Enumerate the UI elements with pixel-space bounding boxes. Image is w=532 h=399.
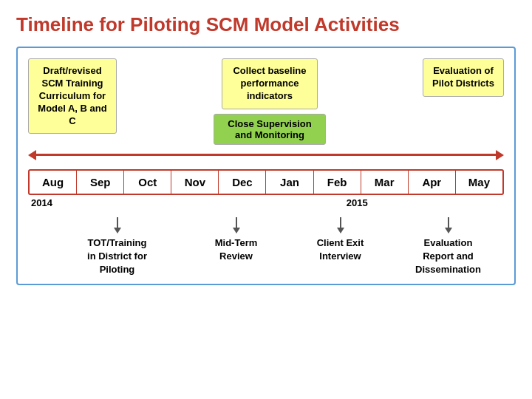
midterm-line1: Mid-Term xyxy=(215,237,258,248)
month-mar: Mar xyxy=(361,171,409,194)
tot-line2: in District for xyxy=(87,250,147,262)
year-row: 2014 2015 xyxy=(28,196,504,208)
arrow-head-right xyxy=(496,150,504,160)
timeline-section: Aug Sep Oct Nov Dec Jan Feb Mar Apr May … xyxy=(28,169,504,208)
month-sep: Sep xyxy=(77,171,124,194)
eval-box: Evaluation of Pilot Districts xyxy=(423,58,504,97)
month-aug: Aug xyxy=(30,171,77,194)
midterm-line2: Review xyxy=(219,250,253,262)
eval-arrow-down xyxy=(445,228,452,233)
page-title: Timeline for Piloting SCM Model Activiti… xyxy=(16,13,516,36)
arrow-head-left xyxy=(28,150,36,160)
supervision-line1: Close Supervision xyxy=(228,118,311,129)
draft-line2: SCM Training xyxy=(41,78,103,89)
draft-line4: Model A, B and C xyxy=(38,103,106,126)
collect-line2: performance xyxy=(241,78,299,89)
main-arrow xyxy=(28,150,504,160)
eval-line2: Pilot Districts xyxy=(432,78,494,89)
eval-connector-line xyxy=(448,217,449,228)
month-oct: Oct xyxy=(124,171,171,194)
client-connector-line xyxy=(340,217,341,228)
midterm-connector-line xyxy=(236,217,237,228)
tot-connector-line xyxy=(117,217,118,228)
supervision-line2: and Monitoring xyxy=(235,129,304,140)
supervision-box: Close Supervision and Monitoring xyxy=(214,114,325,145)
midterm-event: Mid-Term Review xyxy=(215,236,258,277)
eval-line1: Evaluation of xyxy=(433,65,494,76)
month-dec: Dec xyxy=(219,171,266,194)
month-feb: Feb xyxy=(314,171,361,194)
collect-box: Collect baseline performance indicators xyxy=(222,58,318,109)
draft-line3: Curriculum for xyxy=(39,90,106,101)
collect-line3: indicators xyxy=(247,90,293,101)
tot-line1: TOT/Training xyxy=(88,237,147,248)
collect-line1: Collect baseline xyxy=(233,65,306,76)
tot-arrow-down xyxy=(114,228,121,233)
tot-line3: Piloting xyxy=(100,264,135,275)
client-arrow-down xyxy=(337,228,344,233)
year-2015-label: 2015 xyxy=(208,196,505,208)
client-line2: Interview xyxy=(319,250,361,262)
eval-report-line3: Dissemination xyxy=(415,264,481,275)
eval-report-line1: Evaluation xyxy=(424,237,473,248)
arrow-line xyxy=(36,154,496,156)
draft-line1: Draft/revised xyxy=(43,65,101,76)
tot-event: TOT/Training in District for Piloting xyxy=(87,236,147,277)
month-jan: Jan xyxy=(266,171,313,194)
page: Timeline for Piloting SCM Model Activiti… xyxy=(0,0,532,399)
client-line1: Client Exit xyxy=(317,237,364,248)
month-apr: Apr xyxy=(409,171,456,194)
year-2014-label: 2014 xyxy=(28,196,208,208)
eval-report-event: Evaluation Report and Dissemination xyxy=(415,236,481,277)
boxes-row: Draft/revised SCM Training Curriculum fo… xyxy=(28,58,504,146)
events-row: TOT/Training in District for Piloting Mi… xyxy=(28,217,504,277)
client-event: Client Exit Interview xyxy=(317,236,364,277)
draft-box: Draft/revised SCM Training Curriculum fo… xyxy=(28,58,117,134)
eval-report-line2: Report and xyxy=(423,250,474,262)
main-box: Draft/revised SCM Training Curriculum fo… xyxy=(16,47,516,285)
month-nov: Nov xyxy=(171,171,219,194)
main-content: Draft/revised SCM Training Curriculum fo… xyxy=(28,58,504,276)
midterm-arrow-down xyxy=(233,228,240,233)
month-row: Aug Sep Oct Nov Dec Jan Feb Mar Apr May xyxy=(28,169,504,195)
month-may: May xyxy=(456,171,502,194)
